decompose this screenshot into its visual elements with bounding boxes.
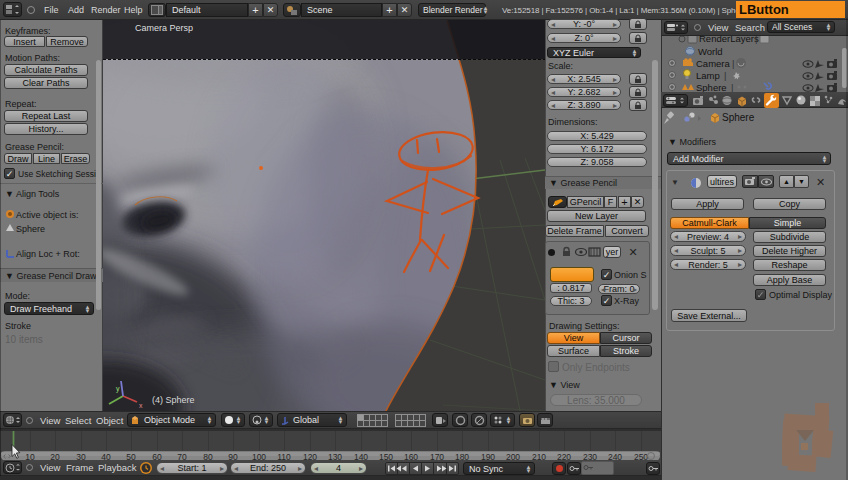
svg-text:|: | bbox=[755, 36, 757, 44]
svg-text:150: 150 bbox=[379, 452, 393, 461]
svg-text:|: | bbox=[732, 58, 734, 69]
svg-text:140: 140 bbox=[354, 452, 368, 461]
svg-text:Lamp: Lamp bbox=[696, 70, 720, 81]
svg-text:250: 250 bbox=[634, 452, 648, 461]
svg-text:170: 170 bbox=[430, 452, 444, 461]
svg-text:Sphere: Sphere bbox=[722, 112, 755, 123]
svg-text:Sphere: Sphere bbox=[696, 82, 727, 92]
svg-text:70: 70 bbox=[177, 452, 187, 461]
svg-text:World: World bbox=[698, 46, 723, 57]
svg-text:x: x bbox=[139, 402, 143, 409]
svg-text:210: 210 bbox=[532, 452, 546, 461]
svg-text:RenderLayers: RenderLayers bbox=[699, 36, 759, 44]
svg-text:Camera Persp: Camera Persp bbox=[135, 23, 193, 33]
svg-text:Camera: Camera bbox=[696, 58, 731, 69]
svg-text:110: 110 bbox=[277, 452, 291, 461]
svg-text:30: 30 bbox=[76, 452, 86, 461]
svg-text:120: 120 bbox=[303, 452, 317, 461]
svg-text:130: 130 bbox=[328, 452, 342, 461]
svg-text:20: 20 bbox=[50, 452, 60, 461]
svg-text:|: | bbox=[724, 70, 726, 81]
svg-text:10: 10 bbox=[25, 452, 35, 461]
svg-text:160: 160 bbox=[404, 452, 418, 461]
svg-text:230: 230 bbox=[583, 452, 597, 461]
svg-text:90: 90 bbox=[228, 452, 238, 461]
svg-text:40: 40 bbox=[101, 452, 111, 461]
svg-text:y: y bbox=[116, 385, 120, 393]
svg-text:180: 180 bbox=[455, 452, 469, 461]
svg-text:240: 240 bbox=[608, 452, 622, 461]
svg-text:50: 50 bbox=[126, 452, 136, 461]
svg-text:|: | bbox=[731, 82, 733, 92]
svg-text:80: 80 bbox=[203, 452, 213, 461]
svg-text:220: 220 bbox=[557, 452, 571, 461]
svg-text:190: 190 bbox=[481, 452, 495, 461]
svg-text:(4) Sphere: (4) Sphere bbox=[152, 395, 195, 405]
svg-text:100: 100 bbox=[252, 452, 266, 461]
svg-text:200: 200 bbox=[506, 452, 520, 461]
svg-text:60: 60 bbox=[152, 452, 162, 461]
